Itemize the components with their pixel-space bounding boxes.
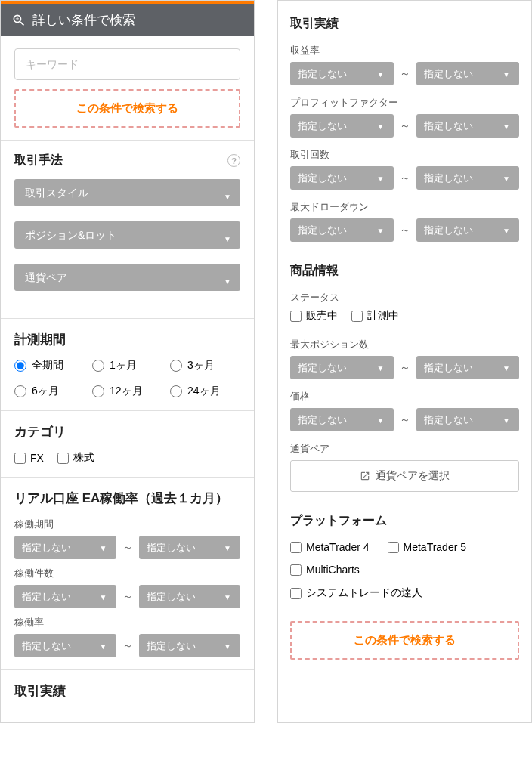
drawdown-from[interactable]: 指定しない	[290, 218, 394, 242]
operation-rate-label: 稼働率	[14, 616, 240, 629]
period-radio-all[interactable]: 全期間	[14, 359, 85, 373]
price-to[interactable]: 指定しない	[416, 408, 520, 431]
operation-count-to[interactable]: 指定しない	[139, 585, 241, 608]
select-pair-button[interactable]: 通貨ペアを選択	[290, 460, 519, 492]
status-measuring-checkbox[interactable]: 計測中	[351, 309, 399, 323]
trading-method-title: 取引手法 ?	[14, 153, 240, 168]
search-button-top[interactable]: この条件で検索する	[14, 89, 240, 128]
operation-count-from[interactable]: 指定しない	[14, 585, 116, 608]
category-stock-checkbox[interactable]: 株式	[57, 451, 94, 465]
profit-rate-to[interactable]: 指定しない	[416, 62, 520, 85]
external-link-icon	[360, 471, 370, 481]
search-button-bottom[interactable]: この条件で検索する	[290, 621, 519, 660]
period-radio-6m[interactable]: 6ヶ月	[14, 385, 85, 398]
search-header: 詳しい条件で検索	[1, 4, 254, 36]
platform-mt4-checkbox[interactable]: MetaTrader 4	[290, 541, 370, 553]
period-radio-24m[interactable]: 24ヶ月	[170, 385, 240, 398]
magnify-plus-icon	[11, 13, 26, 28]
profit-rate-from[interactable]: 指定しない	[290, 62, 394, 85]
status-label: ステータス	[290, 291, 519, 305]
help-icon[interactable]: ?	[227, 154, 240, 167]
operation-count-label: 稼働件数	[14, 567, 240, 580]
period-radio-1m[interactable]: 1ヶ月	[92, 359, 162, 373]
product-info-title: 商品情報	[290, 263, 519, 279]
profit-factor-from[interactable]: 指定しない	[290, 114, 394, 138]
trade-count-label: 取引回数	[290, 148, 519, 162]
operation-period-to[interactable]: 指定しない	[139, 536, 241, 559]
price-from[interactable]: 指定しない	[290, 408, 394, 431]
category-title: カテゴリ	[14, 423, 240, 441]
operation-period-from[interactable]: 指定しない	[14, 536, 116, 559]
header-title: 詳しい条件で検索	[32, 11, 135, 29]
period-title: 計測期間	[14, 331, 240, 348]
keyword-input[interactable]	[14, 48, 240, 80]
position-lot-select[interactable]: ポジション&ロット	[14, 221, 240, 249]
real-account-title: リアル口座 EA稼働率（過去１カ月）	[14, 490, 240, 507]
platform-multicharts-checkbox[interactable]: MultiCharts	[290, 564, 519, 576]
results-title-left: 取引実績	[14, 682, 240, 700]
status-selling-checkbox[interactable]: 販売中	[290, 309, 338, 323]
period-radio-12m[interactable]: 12ヶ月	[92, 385, 162, 398]
category-fx-checkbox[interactable]: FX	[14, 451, 44, 465]
trade-count-to[interactable]: 指定しない	[416, 166, 520, 190]
max-position-label: 最大ポジション数	[290, 338, 519, 351]
platform-systemtrade-checkbox[interactable]: システムトレードの達人	[290, 586, 519, 600]
platform-mt5-checkbox[interactable]: MetaTrader 5	[388, 541, 467, 553]
price-label: 価格	[290, 390, 519, 403]
tilde: ～	[122, 590, 133, 604]
pair-label: 通貨ペア	[290, 442, 519, 456]
tilde: ～	[122, 541, 133, 555]
operation-period-label: 稼働期間	[14, 518, 240, 531]
tilde: ～	[122, 639, 133, 653]
profit-factor-to[interactable]: 指定しない	[416, 114, 520, 138]
operation-rate-from[interactable]: 指定しない	[14, 634, 116, 657]
period-radio-3m[interactable]: 3ヶ月	[170, 359, 240, 373]
profit-factor-label: プロフィットファクター	[290, 96, 519, 110]
trade-count-from[interactable]: 指定しない	[290, 166, 394, 190]
results-title: 取引実績	[290, 16, 519, 32]
drawdown-to[interactable]: 指定しない	[416, 218, 520, 242]
operation-rate-to[interactable]: 指定しない	[139, 634, 241, 657]
trading-style-select[interactable]: 取引スタイル	[14, 179, 240, 206]
platform-title: プラットフォーム	[290, 513, 519, 529]
currency-pair-select[interactable]: 通貨ペア	[14, 264, 240, 291]
profit-rate-label: 収益率	[290, 44, 519, 57]
max-position-from[interactable]: 指定しない	[290, 356, 394, 379]
drawdown-label: 最大ドローダウン	[290, 200, 519, 214]
max-position-to[interactable]: 指定しない	[416, 356, 520, 379]
